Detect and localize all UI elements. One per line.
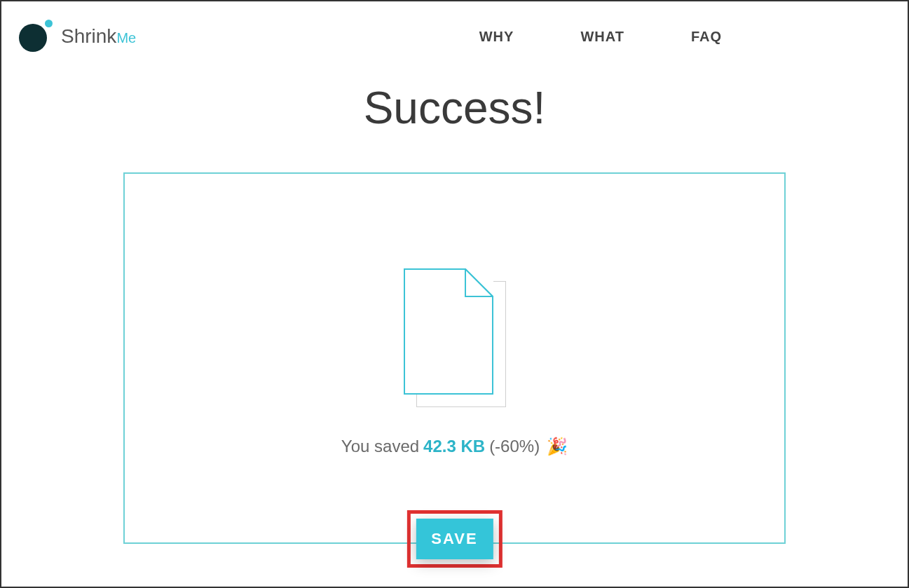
save-button[interactable]: SAVE <box>416 519 493 559</box>
nav-what[interactable]: WHAT <box>580 29 624 45</box>
nav: WHY WHAT FAQ <box>479 29 722 45</box>
page-title: Success! <box>1 82 908 134</box>
nav-faq[interactable]: FAQ <box>691 29 722 45</box>
nav-why[interactable]: WHY <box>479 29 514 45</box>
logo-icon <box>19 20 53 53</box>
header: ShrinkMe WHY WHAT FAQ <box>1 1 908 57</box>
logo-text-accent: Me <box>116 30 136 46</box>
saved-amount: 42.3 KB <box>423 437 485 456</box>
file-front-icon <box>404 268 493 395</box>
save-highlight-box: SAVE <box>406 510 502 568</box>
logo-text: ShrinkMe <box>61 25 136 48</box>
files-icon <box>404 268 505 409</box>
saved-summary: You saved 42.3 KB (-60%) 🎉 <box>341 437 568 456</box>
result-panel: You saved 42.3 KB (-60%) 🎉 SAVE <box>123 172 786 544</box>
logo-text-main: Shrink <box>61 25 116 47</box>
saved-prefix: You saved <box>341 437 419 456</box>
party-icon: 🎉 <box>547 437 568 456</box>
logo[interactable]: ShrinkMe <box>19 20 136 53</box>
saved-percent: (-60%) <box>489 437 540 456</box>
